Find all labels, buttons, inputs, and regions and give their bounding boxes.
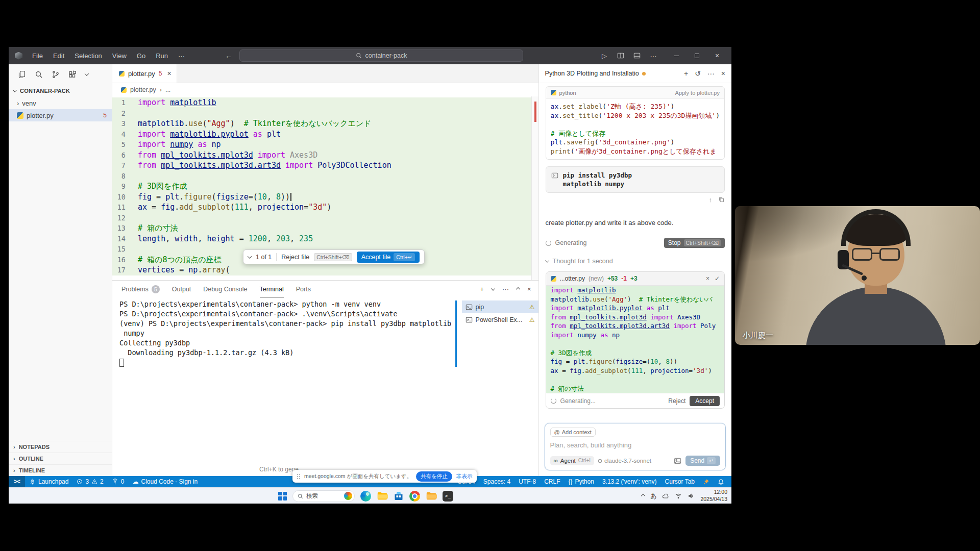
activity-overflow-icon[interactable]	[85, 71, 89, 76]
chat-messages[interactable]: python Apply to plotter.py ax.set_zlabel…	[539, 83, 731, 419]
start-button[interactable]	[278, 492, 287, 500]
chevron-down-icon[interactable]	[248, 254, 252, 258]
indentation-item[interactable]: Spaces: 4	[479, 476, 514, 487]
terminal-instance-pip[interactable]: pip ⚠	[462, 300, 538, 313]
ime-indicator[interactable]: あ	[650, 492, 656, 500]
chat-composer[interactable]: @ Add context Plan, search, build anythi…	[545, 423, 726, 470]
breadcrumb[interactable]: plotter.py › ...	[112, 83, 538, 96]
reject-file-button[interactable]: Reject file	[281, 254, 309, 261]
attach-image-icon[interactable]	[674, 457, 681, 465]
hide-bar-button[interactable]: 非表示	[456, 473, 473, 480]
code-editor[interactable]: 1import matplotlib23matplotlib.use("Agg"…	[112, 96, 538, 280]
terminal-instance-powershell[interactable]: PowerShell Ex... ⚠	[462, 313, 538, 326]
close-chat-icon[interactable]: ×	[721, 69, 725, 78]
new-chat-icon[interactable]: +	[684, 69, 688, 78]
model-selector[interactable]: claude-3.7-sonnet	[598, 458, 651, 464]
tab-output[interactable]: Output	[172, 281, 191, 297]
maximize-panel-icon[interactable]	[516, 287, 520, 291]
command-center-search[interactable]: container-pack	[239, 49, 523, 62]
tab-problems[interactable]: Problems5	[121, 281, 160, 297]
apply-to-file-button[interactable]: Apply to plotter.py	[675, 90, 720, 96]
encoding-item[interactable]: UTF-8	[514, 476, 540, 487]
store-icon[interactable]	[394, 491, 404, 501]
run-icon[interactable]: ▷	[597, 49, 612, 62]
notifications-bell[interactable]	[714, 476, 728, 487]
copy-icon[interactable]	[718, 196, 725, 203]
taskbar-clock[interactable]: 12:00 2025/04/13	[700, 489, 727, 503]
close-window-button[interactable]: ×	[707, 48, 727, 63]
chat-more-icon[interactable]: ···	[707, 69, 715, 78]
agent-mode-selector[interactable]: ∞ Agent Ctrl+I	[550, 456, 594, 465]
tab-terminal[interactable]: Terminal	[260, 281, 284, 297]
customize-layout-icon[interactable]: ···	[646, 49, 661, 62]
maximize-button[interactable]	[687, 48, 707, 63]
diff-card-header[interactable]: ...otter.py (new) +53 -1 +3 × ✓	[546, 272, 724, 286]
minimize-button[interactable]	[666, 48, 687, 63]
taskbar-search[interactable]: 検索	[292, 490, 355, 502]
thought-row[interactable]: Thought for 1 second	[546, 258, 725, 265]
tab-debug-console[interactable]: Debug Console	[203, 281, 247, 297]
accept-file-button[interactable]: Accept file Ctrl+↵	[357, 252, 420, 263]
split-editor-icon[interactable]	[613, 49, 628, 62]
minimap[interactable]	[531, 96, 538, 280]
menu-edit[interactable]: Edit	[48, 51, 69, 61]
interpreter-item[interactable]: 3.13.2 ('venv': venv)	[598, 476, 661, 487]
tray-overflow-icon[interactable]	[641, 494, 645, 498]
ports-item[interactable]: 0	[108, 476, 129, 487]
extensions-icon[interactable]	[68, 70, 77, 79]
explorer-root-header[interactable]: CONTANER-PACK	[9, 85, 112, 97]
new-terminal-icon[interactable]: +	[480, 285, 484, 293]
launchpad-item[interactable]: Launchpad	[25, 476, 72, 487]
chrome-icon[interactable]	[409, 491, 420, 502]
onedrive-icon[interactable]	[662, 492, 669, 499]
reject-button[interactable]: Reject	[668, 397, 685, 405]
remote-indicator[interactable]: ><	[9, 476, 25, 487]
menu-more[interactable]: ···	[174, 51, 189, 61]
add-context-chip[interactable]: @ Add context	[550, 428, 596, 437]
menu-go[interactable]: Go	[132, 51, 150, 61]
volume-icon[interactable]	[688, 492, 695, 499]
stop-sharing-button[interactable]: 共有を停止	[416, 471, 452, 482]
panel-more-icon[interactable]: ···	[502, 285, 509, 293]
section-outline[interactable]: ›OUTLINE	[9, 453, 112, 464]
explorer-icon[interactable]	[18, 70, 26, 79]
close-panel-icon[interactable]: ×	[527, 285, 531, 293]
search-sidebar-icon[interactable]	[35, 70, 43, 79]
stop-button[interactable]: Stop Ctrl+Shift+⌫	[664, 238, 725, 248]
menu-run[interactable]: Run	[151, 51, 173, 61]
terminal-app-icon[interactable]: >_	[443, 491, 453, 502]
tab-ports[interactable]: Ports	[296, 281, 311, 297]
panel-sash[interactable]	[455, 300, 457, 367]
file-explorer-icon[interactable]	[377, 490, 388, 502]
problems-item[interactable]: 3 2	[72, 476, 107, 487]
cloud-code-item[interactable]: ☁ Cloud Code - Sign in	[128, 476, 202, 487]
menu-selection[interactable]: Selection	[70, 51, 106, 61]
eol-item[interactable]: CRLF	[540, 476, 564, 487]
menu-view[interactable]: View	[108, 51, 131, 61]
edge-icon[interactable]	[360, 491, 371, 502]
folder-icon[interactable]	[426, 490, 437, 502]
history-icon[interactable]: ↺	[695, 69, 701, 78]
source-control-icon[interactable]	[52, 70, 60, 79]
send-button[interactable]: Send ↵	[685, 456, 720, 466]
pin-icon[interactable]	[699, 476, 714, 487]
section-timeline[interactable]: ›TIMELINE	[9, 464, 112, 476]
cursor-tab-item[interactable]: Cursor Tab	[661, 476, 699, 487]
dismiss-diff-icon[interactable]: ×	[706, 275, 709, 282]
scroll-up-icon[interactable]: ↑	[709, 196, 713, 204]
menu-file[interactable]: File	[28, 51, 47, 61]
accept-diff-icon[interactable]: ✓	[715, 275, 720, 282]
close-tab-icon[interactable]: ×	[167, 69, 171, 78]
tab-plotter-py[interactable]: plotter.py 5 ×	[112, 64, 177, 83]
terminal-output[interactable]: PS D:\projects\experimentals\contaner-pa…	[119, 299, 455, 476]
accept-button[interactable]: Accept	[690, 396, 720, 406]
language-mode-item[interactable]: {} Python	[565, 476, 598, 487]
network-icon[interactable]	[675, 492, 682, 499]
layout-panel-icon[interactable]	[629, 49, 645, 62]
tree-item-venv[interactable]: › venv	[9, 97, 112, 109]
nav-back-icon[interactable]: ←	[225, 52, 232, 60]
section-notepads[interactable]: ›NOTEPADS	[9, 441, 112, 453]
tree-item-plotter[interactable]: plotter.py 5	[9, 109, 112, 121]
drag-handle-icon[interactable]	[297, 474, 300, 479]
terminal-dropdown-icon[interactable]	[491, 286, 495, 290]
